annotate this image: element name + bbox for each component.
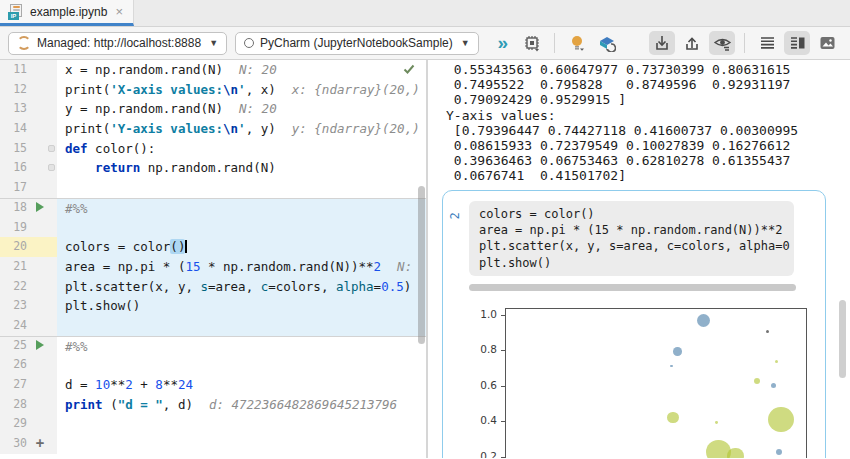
- code-line[interactable]: x = np.random.rand(N)N: 20: [57, 60, 426, 80]
- build-kernel-button[interactable]: [519, 31, 545, 55]
- gutter[interactable]: 29: [0, 414, 57, 434]
- line-number[interactable]: 15: [0, 139, 27, 159]
- editor-line[interactable]: 28print ("d = ", d)d: 472236648286964521…: [0, 395, 426, 415]
- editor-line[interactable]: 29: [0, 414, 426, 434]
- line-number[interactable]: 19: [0, 218, 27, 238]
- editor-line[interactable]: 13y = np.random.rand(N)N: 20: [0, 99, 426, 119]
- line-number[interactable]: 30: [0, 434, 27, 454]
- code-line[interactable]: plt.scatter(x, y, s=area, c=colors, alph…: [57, 277, 426, 297]
- editor-line[interactable]: 17: [0, 178, 426, 198]
- code-line[interactable]: print('X-axis values:\n', x)x: {ndarray}…: [57, 80, 426, 100]
- fold-marker-icon[interactable]: [48, 145, 55, 152]
- line-number[interactable]: 25: [0, 336, 27, 356]
- gutter[interactable]: 23: [0, 296, 57, 316]
- gutter[interactable]: 25: [0, 336, 57, 356]
- editor-line[interactable]: 22plt.scatter(x, y, s=area, c=colors, al…: [0, 277, 426, 297]
- editor-line[interactable]: 21area = np.pi * (15 * np.random.rand(N)…: [0, 257, 426, 277]
- gutter[interactable]: 12: [0, 80, 57, 100]
- code-line[interactable]: #%%: [57, 198, 426, 218]
- gutter[interactable]: 11: [0, 60, 57, 80]
- notebook-output-cell[interactable]: 2 colors = color() area = np.pi * (15 * …: [442, 190, 826, 458]
- editor-line[interactable]: 18#%%: [0, 198, 426, 218]
- line-number[interactable]: 24: [0, 316, 27, 336]
- line-number[interactable]: 11: [0, 60, 27, 80]
- line-number[interactable]: 18: [0, 198, 27, 218]
- line-number[interactable]: 12: [0, 80, 27, 100]
- code-line[interactable]: [57, 316, 426, 336]
- tab-close-icon[interactable]: ×: [115, 4, 123, 19]
- line-number[interactable]: 27: [0, 375, 27, 395]
- editor-line[interactable]: 26: [0, 355, 426, 375]
- gutter[interactable]: 19: [0, 218, 57, 238]
- scroll-to-source-button[interactable]: [679, 31, 705, 55]
- show-code-and-output-button[interactable]: [784, 31, 810, 55]
- gutter[interactable]: 20: [0, 237, 57, 257]
- line-number[interactable]: 17: [0, 178, 27, 198]
- editor-line[interactable]: 14print('Y-axis values:\n', y)y: {ndarra…: [0, 119, 426, 139]
- line-number[interactable]: 20: [0, 237, 27, 257]
- cell-h-scrollbar[interactable]: [469, 284, 796, 291]
- run-cell-icon[interactable]: [36, 340, 44, 350]
- code-line[interactable]: def color():: [57, 139, 426, 159]
- code-line[interactable]: return np.random.rand(N): [57, 158, 426, 178]
- code-line[interactable]: #%%: [57, 336, 426, 356]
- line-number[interactable]: 26: [0, 355, 27, 375]
- line-number[interactable]: 21: [0, 257, 27, 277]
- restart-kernel-button[interactable]: [594, 31, 620, 55]
- editor-line[interactable]: 30+: [0, 434, 426, 454]
- editor-line[interactable]: 23plt.show(): [0, 296, 426, 316]
- editor-line[interactable]: 24: [0, 316, 426, 336]
- code-line[interactable]: area = np.pi * (15 * np.random.rand(N))*…: [57, 257, 426, 277]
- panel-scrollbar[interactable]: [839, 300, 846, 378]
- gutter[interactable]: 15: [0, 139, 57, 159]
- run-all-cells-button[interactable]: »: [489, 31, 515, 55]
- code-line[interactable]: [57, 434, 426, 454]
- editor-line[interactable]: 27d = 10**2 + 8**24: [0, 375, 426, 395]
- editor-line[interactable]: 15def color():: [0, 139, 426, 159]
- gutter[interactable]: 30+: [0, 434, 57, 454]
- code-line[interactable]: [57, 178, 426, 198]
- code-line[interactable]: colors = color(): [57, 237, 426, 257]
- line-number[interactable]: 28: [0, 395, 27, 415]
- fold-marker-icon[interactable]: [48, 164, 55, 171]
- gutter[interactable]: 16: [0, 158, 57, 178]
- inspection-check-icon[interactable]: [403, 61, 415, 79]
- code-line[interactable]: plt.show(): [57, 296, 426, 316]
- gutter[interactable]: 22: [0, 277, 57, 297]
- gutter[interactable]: 14: [0, 119, 57, 139]
- add-cell-icon[interactable]: +: [36, 435, 44, 451]
- editor-scrollbar[interactable]: [418, 186, 425, 344]
- run-cell-icon[interactable]: [36, 202, 44, 212]
- gutter[interactable]: 24: [0, 316, 57, 336]
- auto-scroll-eye-button[interactable]: [709, 31, 735, 55]
- line-number[interactable]: 13: [0, 99, 27, 119]
- line-number[interactable]: 23: [0, 296, 27, 316]
- gutter[interactable]: 17: [0, 178, 57, 198]
- line-number[interactable]: 22: [0, 277, 27, 297]
- code-line[interactable]: [57, 218, 426, 238]
- editor-line[interactable]: 16 return np.random.rand(N): [0, 158, 426, 178]
- gutter[interactable]: 13: [0, 99, 57, 119]
- code-line[interactable]: d = 10**2 + 8**24: [57, 375, 426, 395]
- line-number[interactable]: 14: [0, 119, 27, 139]
- editor-line[interactable]: 19: [0, 218, 426, 238]
- gutter[interactable]: 28: [0, 395, 57, 415]
- code-line[interactable]: y = np.random.rand(N)N: 20: [57, 99, 426, 119]
- inspection-bulb-button[interactable]: [564, 31, 590, 55]
- show-output-only-button[interactable]: [814, 31, 840, 55]
- server-dropdown[interactable]: Managed: http://localhost:8888 ▼: [8, 32, 227, 55]
- gutter[interactable]: 21: [0, 257, 57, 277]
- show-code-only-button[interactable]: [754, 31, 780, 55]
- line-number[interactable]: 16: [0, 158, 27, 178]
- scroll-to-output-button[interactable]: [649, 31, 675, 55]
- code-line[interactable]: print('Y-axis values:\n', y)y: {ndarray}…: [57, 119, 426, 139]
- code-line[interactable]: print ("d = ", d)d: 47223664828696452137…: [57, 395, 426, 415]
- kernel-dropdown[interactable]: PyCharm (JupyterNotebookSample) ▼: [235, 32, 479, 55]
- code-line[interactable]: [57, 414, 426, 434]
- gutter[interactable]: 27: [0, 375, 57, 395]
- editor-line[interactable]: 20colors = color(): [0, 237, 426, 257]
- editor-line[interactable]: 12print('X-axis values:\n', x)x: {ndarra…: [0, 80, 426, 100]
- code-line[interactable]: [57, 355, 426, 375]
- cell-code-block[interactable]: colors = color() area = np.pi * (15 * np…: [469, 201, 794, 276]
- editor-line[interactable]: 11x = np.random.rand(N)N: 20: [0, 60, 426, 80]
